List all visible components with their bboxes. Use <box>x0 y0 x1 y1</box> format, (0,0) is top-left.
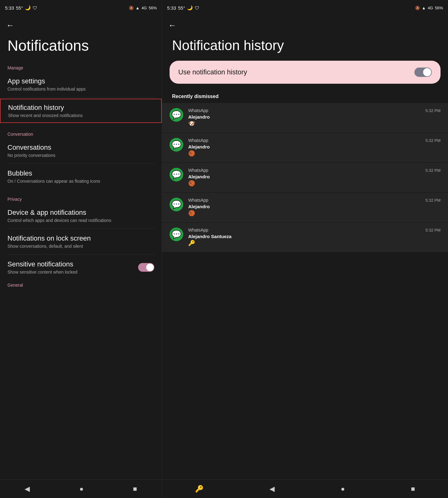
whatsapp-icon-4: 💬 <box>170 198 183 211</box>
sensitive-subtitle: Show sensitive content when locked <box>7 270 77 275</box>
mute-icon: 🔕 <box>129 6 134 10</box>
whatsapp-icon-5: 💬 <box>170 228 183 241</box>
notification-history-toggle[interactable] <box>414 68 432 77</box>
notif-sender-5: Alejandro Santueza <box>188 234 441 239</box>
moon-icon: 🌙 <box>25 5 31 11</box>
app-settings-title: App settings <box>7 77 154 85</box>
notification-history-toggle-thumb <box>423 68 431 76</box>
battery-left: 56% <box>149 6 157 10</box>
left-scroll-area: Manage App settings Control notification… <box>0 62 162 498</box>
status-right-right: 🔕 ▲ 4G 56% <box>415 6 443 10</box>
sidebar-item-bubbles[interactable]: Bubbles On / Conversations can appear as… <box>0 165 162 188</box>
moon-icon-right: 🌙 <box>187 5 193 11</box>
use-notification-history-card[interactable]: Use notification history <box>170 61 441 84</box>
notif-content-5: WhatsApp 5:32 PM Alejandro Santueza 🔑 <box>188 228 441 247</box>
right-panel: 5:33 55° 🌙 🛡 🔕 ▲ 4G 56% ← Notification h… <box>162 0 448 498</box>
divider-4 <box>7 254 154 255</box>
general-label: General <box>0 279 162 289</box>
nav-home-left[interactable]: ● <box>79 485 83 493</box>
temp-right: 55° <box>178 5 185 11</box>
notif-app-1: WhatsApp <box>188 108 208 113</box>
sensitive-toggle-thumb <box>146 264 154 271</box>
notif-app-2: WhatsApp <box>188 138 208 143</box>
notif-emoji-4: 🏀 <box>188 210 441 217</box>
notif-sender-4: Alejandro <box>188 204 441 209</box>
back-button-left[interactable]: ← <box>0 16 162 33</box>
notification-item-5[interactable]: 💬 WhatsApp 5:32 PM Alejandro Santueza 🔑 <box>162 223 448 252</box>
back-button-right[interactable]: ← <box>162 16 448 33</box>
nav-recents-right[interactable]: ■ <box>411 485 415 493</box>
device-notifications-subtitle: Control which apps and devices can read … <box>7 218 154 223</box>
notification-item-2[interactable]: 💬 WhatsApp 5:32 PM Alejandro 🏀 <box>162 133 448 162</box>
notif-time-1: 5:32 PM <box>426 108 441 113</box>
whatsapp-icon-3: 💬 <box>170 168 183 181</box>
sidebar-item-lock-screen[interactable]: Notifications on lock screen Show conver… <box>0 230 162 253</box>
page-title-right: Notification history <box>162 33 448 61</box>
nav-back-right[interactable]: ◀ <box>269 485 275 493</box>
divider-2 <box>7 163 154 164</box>
notif-emoji-5: 🔑 <box>188 240 441 247</box>
sidebar-item-sensitive[interactable]: Sensitive notifications Show sensitive c… <box>0 256 162 279</box>
notif-content-2: WhatsApp 5:32 PM Alejandro 🏀 <box>188 138 441 157</box>
notif-emoji-hint: 🔑 <box>195 485 203 493</box>
bubbles-subtitle: On / Conversations can appear as floatin… <box>7 179 154 184</box>
status-bar-left: 5:33 55° 🌙 🛡 🔕 ▲ 4G 56% <box>0 0 162 16</box>
notification-item-4[interactable]: 💬 WhatsApp 5:32 PM Alejandro 🏀 <box>162 193 448 222</box>
bottom-nav-right: 🔑 ◀ ● ■ <box>162 479 448 498</box>
use-notification-history-label: Use notification history <box>178 68 247 76</box>
notif-sender-3: Alejandro <box>188 174 441 179</box>
notif-emoji-3: 🏀 <box>188 180 441 187</box>
conversations-subtitle: No priority conversations <box>7 153 154 158</box>
status-right-left: 🔕 ▲ 4G 56% <box>129 6 157 10</box>
notification-item-3[interactable]: 💬 WhatsApp 5:32 PM Alejandro 🏀 <box>162 163 448 192</box>
nav-recents-left[interactable]: ■ <box>133 485 137 493</box>
whatsapp-icon-1: 💬 <box>170 108 183 122</box>
status-left-right: 5:33 55° 🌙 🛡 <box>167 5 199 11</box>
notif-time-5: 5:32 PM <box>426 228 441 233</box>
mute-icon-right: 🔕 <box>415 6 420 10</box>
notif-app-3: WhatsApp <box>188 168 208 173</box>
temp-left: 55° <box>16 5 23 11</box>
notification-item-1[interactable]: 💬 WhatsApp 5:32 PM Alejandro 🐶 <box>162 103 448 132</box>
notif-time-4: 5:32 PM <box>426 198 441 203</box>
device-notifications-title: Device & app notifications <box>7 209 154 217</box>
divider-1 <box>7 97 154 97</box>
sensitive-toggle[interactable] <box>138 263 154 272</box>
conversations-title: Conversations <box>7 143 154 152</box>
wifi-icon-right: ▲ <box>422 6 426 10</box>
nav-back-left[interactable]: ◀ <box>25 485 30 493</box>
notification-history-title: Notification history <box>8 104 154 112</box>
manage-section-header: Manage <box>0 62 162 73</box>
notif-time-2: 5:32 PM <box>426 138 441 143</box>
sidebar-item-notification-history[interactable]: Notification history Show recent and sno… <box>0 99 162 123</box>
notif-app-4: WhatsApp <box>188 198 208 203</box>
notif-sender-2: Alejandro <box>188 144 441 149</box>
sidebar-item-app-settings[interactable]: App settings Control notifications from … <box>0 73 162 96</box>
status-bar-right: 5:33 55° 🌙 🛡 🔕 ▲ 4G 56% <box>162 0 448 16</box>
left-panel: 5:33 55° 🌙 🛡 🔕 ▲ 4G 56% ← Notifications … <box>0 0 162 498</box>
page-title-left: Notifications <box>0 33 162 62</box>
notif-sender-1: Alejandro <box>188 114 441 120</box>
sensitive-title: Sensitive notifications <box>7 260 77 268</box>
bubbles-title: Bubbles <box>7 169 154 177</box>
sidebar-item-conversations[interactable]: Conversations No priority conversations <box>0 139 162 162</box>
status-left: 5:33 55° 🌙 🛡 <box>5 5 37 11</box>
recently-dismissed-header: Recently dismissed <box>162 91 448 103</box>
divider-3 <box>7 228 154 229</box>
shield-icon: 🛡 <box>33 5 37 11</box>
notif-emoji-1: 🐶 <box>188 120 441 127</box>
wifi-icon: ▲ <box>136 6 140 10</box>
notif-content-4: WhatsApp 5:32 PM Alejandro 🏀 <box>188 198 441 217</box>
lock-screen-subtitle: Show conversations, default, and silent <box>7 244 154 249</box>
notif-content-3: WhatsApp 5:32 PM Alejandro 🏀 <box>188 168 441 187</box>
notif-emoji-2: 🏀 <box>188 150 441 157</box>
notif-app-5: WhatsApp <box>188 228 208 233</box>
notif-content-1: WhatsApp 5:32 PM Alejandro 🐶 <box>188 108 441 127</box>
bottom-nav-left: ◀ ● ■ <box>0 479 162 498</box>
notif-time-3: 5:32 PM <box>426 168 441 173</box>
time-right: 5:33 <box>167 5 176 11</box>
sidebar-item-device-notifications[interactable]: Device & app notifications Control which… <box>0 204 162 227</box>
notification-history-subtitle: Show recent and snoozed notifications <box>8 113 154 118</box>
app-settings-subtitle: Control notifications from individual ap… <box>7 87 154 92</box>
nav-home-right[interactable]: ● <box>341 485 345 493</box>
